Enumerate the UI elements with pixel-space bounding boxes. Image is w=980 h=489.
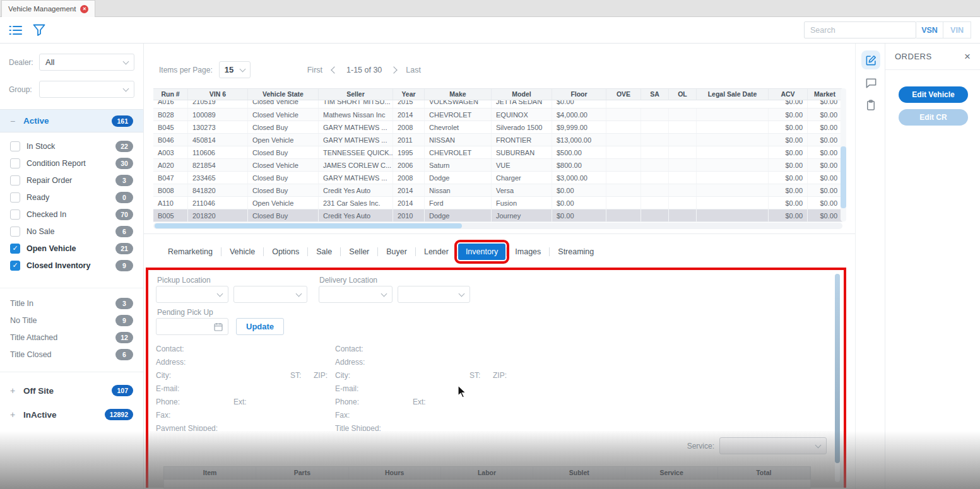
table-cell: 233465 [188,172,248,184]
delivery-location-select-2[interactable] [398,286,470,303]
table-cell: B008 [153,184,188,196]
tab-inventory[interactable]: Inventory [458,244,505,260]
column-header-sa[interactable]: SA [641,89,669,100]
browser-tab[interactable]: Vehicle Management × [1,0,95,17]
tab-streaming[interactable]: Streaming [550,244,601,260]
pickup-location-select-1[interactable] [156,286,228,303]
tab-seller[interactable]: Seller [341,244,377,260]
column-header-ove[interactable]: OVE [606,89,641,100]
table-row[interactable]: B047233465Closed BuyGARY MATHEWS ...2008… [153,172,842,184]
checkbox[interactable] [10,209,20,220]
checkbox[interactable] [10,141,20,151]
table-row[interactable]: B046450814Open VehicleGARY MATHEWS ...20… [153,134,842,146]
items-per-page-select[interactable]: 15 [219,61,251,78]
pending-pickup-date-input[interactable] [156,318,228,335]
tab-remarketing[interactable]: Remarketing [160,244,220,260]
tab-close-icon[interactable]: × [80,5,88,13]
tab-images[interactable]: Images [507,244,548,260]
table-row[interactable]: A016210519Closed VehicleTIM SHORT MITSU.… [153,100,842,109]
table-row[interactable]: B045130273Closed BuyGARY MATHEWS ...2008… [153,121,842,134]
sidebar-item-title-attached[interactable]: Title Attached12 [0,329,143,346]
pickup-location-select-2[interactable] [233,286,307,303]
tab-options[interactable]: Options [264,244,307,260]
table-horizontal-scrollbar[interactable] [153,223,842,229]
checkbox[interactable]: ✓ [10,244,20,254]
expand-icon[interactable]: + [10,386,16,396]
tab-sale[interactable]: Sale [309,244,339,260]
checkbox[interactable] [10,192,20,203]
list-view-icon[interactable] [9,25,23,36]
table-cell: B047 [153,172,188,184]
table-cell: Closed Buy [248,184,319,196]
sidebar-item-checked-in[interactable]: Checked In70 [0,206,143,223]
column-header-vehicle-state[interactable]: Vehicle State [248,89,319,100]
checkbox[interactable] [10,158,20,168]
column-header-acv[interactable]: ACV [769,89,808,100]
column-header-year[interactable]: Year [393,89,425,100]
checkbox[interactable] [10,175,20,186]
sidebar-item-no-title[interactable]: No Title9 [0,312,143,329]
checkbox[interactable] [10,227,20,237]
search-input[interactable] [804,21,916,38]
update-button[interactable]: Update [236,318,284,335]
scrollbar-thumb[interactable] [841,146,846,208]
delivery-location-select-1[interactable] [319,286,393,303]
sidebar-item-no-sale[interactable]: No Sale6 [0,223,143,240]
vsn-button[interactable]: VSN [916,22,943,38]
column-header-market[interactable]: Market [808,89,842,100]
panel-vertical-scrollbar[interactable] [835,274,840,482]
edit-cr-button[interactable]: Edit CR [899,109,968,126]
table-row[interactable]: A020821854Closed VehicleJAMES CORLEW C..… [153,159,842,172]
table-row[interactable]: A110211046Open Vehicle231 Car Sales Inc.… [153,197,842,209]
pagination-first[interactable]: First [307,66,322,74]
sidebar-item-ready[interactable]: Ready0 [0,189,143,206]
table-row[interactable]: B008841820Closed BuyCredit Yes Auto2014N… [153,184,842,197]
toolbar: VSN VIN [0,17,980,44]
edit-orders-icon[interactable] [861,50,880,69]
main-content: Items per Page: 15 First 1-15 of 30 Last… [144,44,855,489]
table-vertical-scrollbar[interactable] [841,88,846,221]
chevron-left-icon[interactable] [331,66,338,73]
group-select[interactable] [39,81,134,98]
pagination-last[interactable]: Last [406,66,421,74]
vin-button[interactable]: VIN [943,22,971,38]
table-cell [641,134,669,146]
sidebar-item-repair-order[interactable]: Repair Order3 [0,172,143,189]
sidebar-item-condition-report[interactable]: Condition Report30 [0,155,143,172]
scrollbar-thumb[interactable] [835,274,840,463]
column-header-vin-6[interactable]: VIN 6 [188,89,248,100]
edit-vehicle-button[interactable]: Edit Vehicle [899,86,968,103]
sidebar-item-active[interactable]: − Active 161 [0,109,143,133]
filter-icon[interactable] [33,24,45,36]
expand-icon[interactable]: + [10,409,16,420]
tab-vehicle[interactable]: Vehicle [222,244,263,260]
sidebar-item-title-in[interactable]: Title In3 [0,295,143,312]
collapse-icon[interactable]: − [10,116,16,126]
sidebar-item-closed-inventory[interactable]: ✓Closed Inventory9 [0,257,143,274]
column-header-legal-sale-date[interactable]: Legal Sale Date [697,89,769,100]
sidebar-item-inactive[interactable]: +InActive12892 [0,403,143,427]
tab-buyer[interactable]: Buyer [379,244,415,260]
close-icon[interactable]: × [964,51,971,62]
table-row[interactable]: B028100089Closed VehicleMathews Nissan I… [153,109,842,121]
sidebar-item-title-closed[interactable]: Title Closed6 [0,346,143,363]
chat-icon[interactable] [861,73,880,92]
sidebar-item-open-vehicle[interactable]: ✓Open Vehicle21 [0,240,143,257]
table-row[interactable]: A003110606Closed BuyTENNESSEE QUICK...19… [153,146,842,159]
checkbox[interactable]: ✓ [10,261,20,271]
sidebar-item-off-site[interactable]: +Off Site107 [0,379,143,403]
scrollbar-thumb[interactable] [155,223,462,228]
clipboard-icon[interactable] [861,95,880,114]
column-header-model[interactable]: Model [492,89,552,100]
tab-lender[interactable]: Lender [416,244,456,260]
column-header-make[interactable]: Make [425,89,492,100]
table-row[interactable]: B005201820Closed BuyCredit Yes Auto2010D… [153,209,842,222]
service-select[interactable] [719,437,827,454]
column-header-floor[interactable]: Floor [552,89,606,100]
column-header-ol[interactable]: OL [669,89,697,100]
chevron-right-icon[interactable] [391,66,398,73]
column-header-seller[interactable]: Seller [319,89,393,100]
sidebar-item-in-stock[interactable]: In Stock22 [0,138,143,155]
column-header-run[interactable]: Run # [153,89,188,100]
dealer-select[interactable]: All [39,54,134,71]
